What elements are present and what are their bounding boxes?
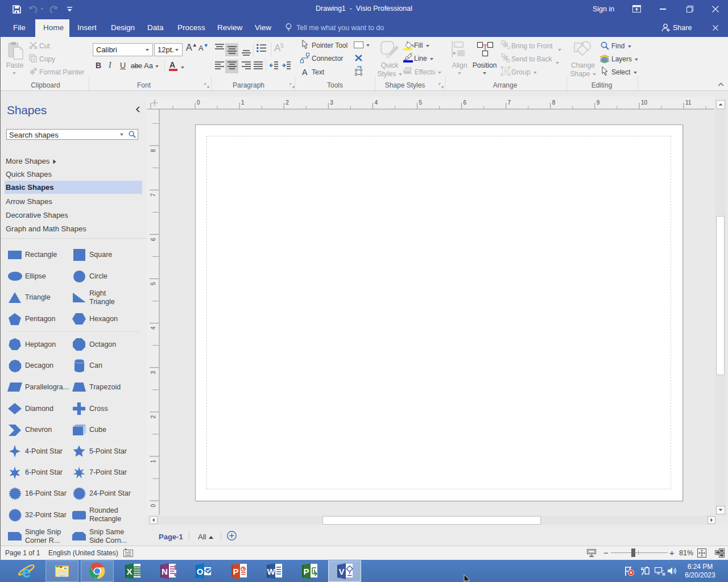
svg-text:W: W bbox=[267, 567, 275, 576]
svg-text:P: P bbox=[233, 567, 238, 576]
svg-text:P: P bbox=[303, 567, 309, 576]
svg-text:X: X bbox=[126, 567, 132, 576]
svg-text:V: V bbox=[338, 567, 344, 576]
svg-text:N: N bbox=[162, 567, 168, 576]
svg-text:O: O bbox=[197, 567, 204, 576]
